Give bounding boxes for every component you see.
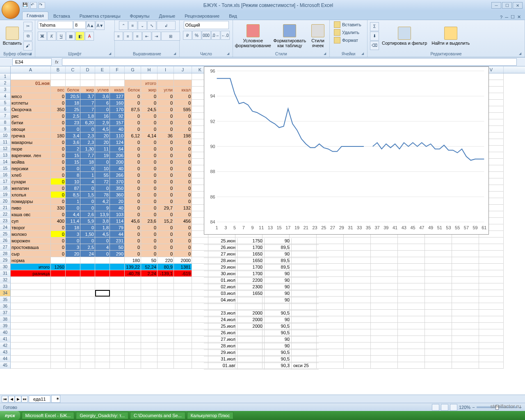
clear-icon[interactable]: ⌫ [370, 41, 379, 50]
thousands-icon[interactable]: 000 [202, 31, 211, 40]
undo-icon[interactable]: ↶ [30, 2, 37, 9]
align-middle-icon[interactable]: ≡ [128, 21, 137, 30]
fx-icon[interactable]: fx [55, 59, 59, 64]
svg-text:92: 92 [210, 119, 215, 124]
cell-styles-button[interactable]: Стили ячеек [309, 23, 327, 49]
maximize-button[interactable]: ☐ [502, 2, 512, 9]
tab-view[interactable]: Вид [224, 12, 242, 20]
underline-button[interactable]: Ч [57, 32, 66, 41]
help-icon[interactable]: ? [500, 15, 502, 20]
svg-text:3: 3 [224, 225, 227, 230]
fill-icon[interactable]: ⬇ [370, 32, 379, 41]
cut-icon[interactable]: ✂ [23, 22, 32, 31]
svg-text:84: 84 [210, 219, 215, 224]
format-cells-button[interactable]: Формат [332, 37, 365, 44]
insert-icon [334, 21, 340, 28]
autosum-icon[interactable]: Σ [370, 22, 379, 31]
orientation-icon[interactable]: ⤡ [147, 21, 156, 30]
taskbar-item[interactable]: Калькулятор Плюс [187, 412, 234, 419]
close-button[interactable]: ✕ [513, 2, 523, 9]
insert-cells-button[interactable]: Вставить [332, 21, 365, 28]
decrease-decimal-icon[interactable]: ←.0 [221, 31, 230, 40]
font-name-input[interactable] [38, 21, 73, 29]
ribbon-close-button[interactable]: ✕ [517, 14, 521, 20]
taskbar-item[interactable]: Georgiy_Osadchiy: т... [76, 412, 128, 419]
tab-review[interactable]: Рецензирование [180, 12, 224, 20]
italic-button[interactable]: К [47, 32, 56, 41]
currency-icon[interactable]: ₽ [183, 31, 192, 40]
fill-color-button[interactable]: ◧ [75, 32, 84, 41]
sheet-nav-prev[interactable]: ◀ [8, 396, 15, 402]
sort-filter-button[interactable]: Сортировка и фильтр [380, 26, 429, 46]
svg-text:51: 51 [437, 225, 442, 230]
format-painter-icon[interactable]: 🖌 [23, 41, 32, 50]
increase-decimal-icon[interactable]: .0→ [211, 31, 220, 40]
group-editing: Редактирование [370, 51, 522, 57]
format-as-table-button[interactable]: Форматировать как таблицу [272, 23, 308, 49]
ribbon-minimize-button[interactable]: ─ [505, 15, 508, 20]
svg-text:53: 53 [446, 225, 451, 230]
new-sheet-button[interactable]: ✶ [51, 395, 60, 403]
sheet-nav-last[interactable]: ⏭ [21, 396, 28, 402]
wrap-text-button[interactable]: ↲ [157, 21, 176, 30]
conditional-formatting-button[interactable]: Условное форматирование [235, 23, 271, 49]
svg-text:7: 7 [242, 225, 245, 230]
align-bottom-icon[interactable]: ⌄ [138, 21, 147, 30]
office-button[interactable] [2, 1, 20, 19]
svg-text:90: 90 [210, 144, 215, 149]
taskbar-item[interactable]: Microsoft Excel - БЖ... [22, 412, 75, 419]
align-right-icon[interactable]: ≡ [133, 32, 142, 41]
ribbon-restore-button[interactable]: ☐ [511, 14, 515, 20]
align-top-icon[interactable]: ⌃ [119, 21, 128, 30]
start-button[interactable]: пуск [0, 411, 20, 420]
spreadsheet-grid[interactable]: ABCDEFGHIJKLMNOPQRSTUV 1201.нояитого3вес… [0, 66, 525, 395]
tab-layout[interactable]: Разметка страницы [75, 12, 125, 20]
view-pagebreak-button[interactable] [450, 404, 457, 411]
percent-icon[interactable]: % [192, 31, 201, 40]
align-left-icon[interactable]: ≡ [114, 32, 123, 41]
font-size-input[interactable] [73, 21, 86, 29]
taskbar-item[interactable]: C:\Documents and Se... [130, 412, 185, 419]
svg-text:11: 11 [259, 225, 264, 230]
svg-text:47: 47 [419, 225, 424, 230]
redo-icon[interactable]: ↷ [39, 2, 45, 9]
watermark: steelfactor.ru [491, 403, 521, 409]
ribbon: Вставить ✂ ⧉ 🖌 Буфер обмена A▲ A▼ Ж К Ч … [0, 20, 525, 57]
number-format-input[interactable] [184, 21, 229, 29]
sheet-tab[interactable]: еда11 [29, 395, 50, 403]
quick-access-toolbar: 💾 ↶ ↷ [22, 2, 45, 9]
tab-data[interactable]: Данные [154, 12, 180, 20]
find-select-button[interactable]: Найти и выделить [430, 26, 471, 46]
shrink-font-icon[interactable]: A▼ [96, 21, 105, 30]
font-color-button[interactable]: A [85, 32, 94, 41]
name-box[interactable] [12, 58, 52, 66]
chart[interactable]: 8486889092949613579111315171921232527293… [204, 66, 489, 235]
tab-insert[interactable]: Вставка [49, 12, 75, 20]
view-normal-button[interactable] [432, 404, 439, 411]
sheet-nav-first[interactable]: ⏮ [2, 396, 8, 402]
minimize-button[interactable]: ─ [491, 2, 501, 9]
merge-button[interactable]: ⊞ [161, 32, 180, 41]
bold-button[interactable]: Ж [38, 32, 47, 41]
save-icon[interactable]: 💾 [22, 2, 29, 9]
paste-button[interactable]: Вставить [2, 26, 22, 46]
sheet-nav-next[interactable]: ▶ [15, 396, 21, 402]
svg-text:88: 88 [210, 169, 215, 174]
svg-text:45: 45 [410, 225, 415, 230]
view-layout-button[interactable] [441, 404, 448, 411]
align-center-icon[interactable]: ≡ [123, 32, 132, 41]
zoom-out-button[interactable]: − [472, 405, 475, 410]
increase-indent-icon[interactable]: ⇥ [152, 32, 161, 41]
grow-font-icon[interactable]: A▲ [86, 21, 95, 30]
copy-icon[interactable]: ⧉ [23, 32, 32, 41]
delete-cells-button[interactable]: Удалить [332, 29, 365, 36]
border-button[interactable]: ▦ [66, 32, 75, 41]
svg-text:15: 15 [277, 225, 282, 230]
decrease-indent-icon[interactable]: ⇤ [142, 32, 151, 41]
svg-text:86: 86 [210, 194, 215, 199]
paste-icon [6, 27, 19, 40]
formula-input[interactable] [62, 58, 517, 66]
group-font: Шрифт [38, 51, 112, 57]
tab-formulas[interactable]: Формулы [126, 12, 154, 20]
tab-home[interactable]: Главная [22, 11, 48, 20]
